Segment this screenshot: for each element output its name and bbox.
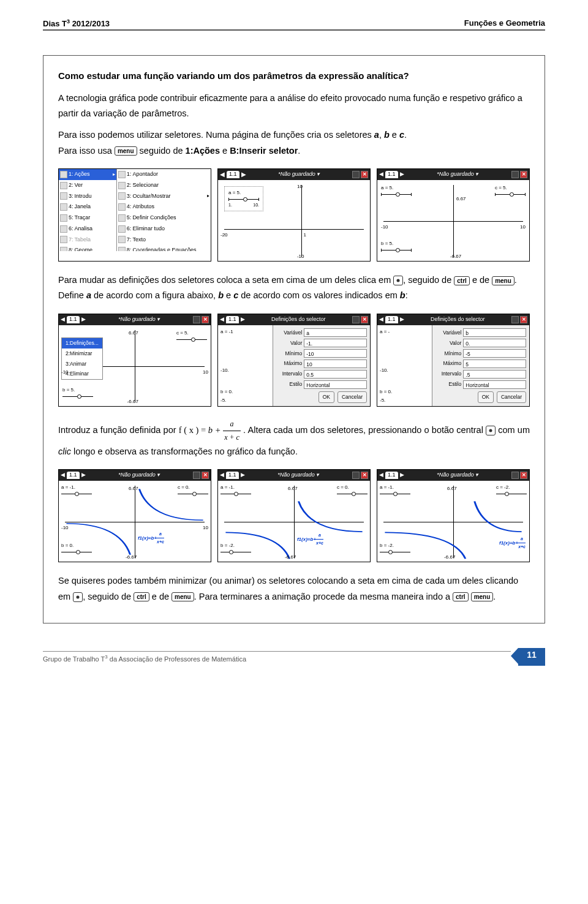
paragraph-1: A tecnologia gráfica pode contribuir efi… [58,91,530,122]
r2a-c: c = 5. [176,330,189,336]
f1t-c: a [518,535,526,543]
batt-r3b [352,472,360,479]
var-b2: b [218,290,224,300]
tab-r2c: 1.1 [385,316,398,323]
ax-m667: -6.67 [450,252,461,261]
menu-l-1-t: Ações [75,170,90,179]
p4-g: de acordo com os valores indicados em [238,290,400,300]
dlga-val: -1. [304,339,367,347]
var-c: c [399,130,404,140]
battery-icon [352,171,360,178]
batt-r2a [193,316,200,323]
menu-r-2: 2:Selecionar [117,180,211,191]
f1b-b: x+c [316,540,323,547]
close-r3a: ✕ [202,472,209,479]
tb-r2c: Definições do selector [406,315,510,325]
content-box: Como estudar uma função variando um dos … [43,55,545,623]
sl-c5: c = 5. [495,185,507,190]
dlga-min: -10 [304,349,367,358]
r2a-b: b = 5. [62,387,75,393]
key-menu-4: menu [471,592,494,601]
r2b-m10: -10. [221,366,229,375]
page-header: Dias T3 2012/2013 Funções e Geometria [43,18,545,31]
ax-1: 1 [303,231,306,239]
tab-r3c: 1.1 [385,472,398,479]
r3c-a: a = -1. [380,484,394,490]
close-r3b: ✕ [361,472,368,479]
r2a-m10: -10 [61,368,69,377]
close-r3c: ✕ [520,472,527,479]
screenshot-row-2: ◀1.1▶*Não guardado ▾✕ 1:Definições... 2:… [58,314,530,407]
screen-graph-2: ◀1.1▶*Não guardado ▾✕ a = -1. c = 0. b =… [217,469,371,562]
fx-eq: f ( x ) = [179,425,208,435]
p6-b: , seguido de [83,592,134,601]
r2a-667: 6.67 [129,329,138,337]
tb-r3c: *Não guardado ▾ [406,470,510,480]
page-number: 11 [518,648,545,666]
menu-l-2: 2:Ver [59,180,116,191]
menu-l-3: 3:Introdu [59,191,116,202]
menu-l-3-t: Introdu [75,192,92,202]
cancel-a: Cancelar [337,391,367,403]
f1-lab-c: f1(x)=b+ [499,540,518,546]
fx-top: a [223,418,241,431]
screenshot-row-3: ◀1.1▶*Não guardado ▾✕ a = -1. c = 0. b =… [58,469,530,562]
batt-r3a [193,472,200,479]
tb-r2a: *Não guardado ▾ [88,315,191,325]
ctx-2: 2:Minimizar [62,348,102,359]
menu-l-6: 6:Analisa [59,224,116,235]
sl-min: 1. [228,202,232,209]
r2b-m5: -5. [221,396,226,405]
r3a-m667: -6.67 [126,553,137,562]
screenshot-row-1: 1:Ações▸ 2:Ver 3:Introdu 4:Janela 5:Traç… [58,168,530,262]
menu-l-1: 1:Ações▸ [59,169,116,180]
dlgb-est: Horizontal [463,380,526,389]
menu-r-6: 6:Eliminar tudo [117,224,211,235]
close-r2a: ✕ [202,316,209,323]
menu-l-8: 8:Geome [59,245,116,251]
menu-b-inserir: B:Inserir seletor [230,146,298,156]
ax-m20: -20 [221,231,228,239]
title-question: Como estudar uma função variando um dos … [58,68,530,84]
r2c-m5: -5. [380,396,385,405]
var-a: a [374,130,379,140]
r3a-c: c = 0. [178,484,190,490]
f1-lab-a: f1(x)=b+ [138,535,157,541]
p5-pre: Introduz a função definida por [58,425,179,435]
sl-b5: b = 5. [381,241,393,246]
r3c-m667: -6.67 [444,553,455,562]
mr2: Selecionar [132,181,159,190]
header-right: Funções e Geometria [464,18,545,28]
p4-f: e [224,290,233,300]
dlgb-val: 0. [463,339,526,347]
r2b-a: a = -1 [221,328,233,336]
p4-b: , seguido de [403,275,454,285]
key-ctrl-2: ctrl [134,592,149,601]
close-r2b: ✕ [361,316,368,323]
mr5: Definir Condições [132,213,176,223]
f1b-c: x+c [518,543,526,551]
screen-slider-new: ◀ 1.1 ▶ *Não guardado ▾ ✕ a = 5. 1.10. 1… [217,168,371,262]
slider-val-a: a = 5. [228,189,259,197]
screen-ctx-menu: ◀1.1▶*Não guardado ▾✕ 1:Definições... 2:… [58,314,211,407]
p4-a: Para mudar as definições dos seletores c… [58,275,393,285]
dlga-est: Horizontal [304,380,367,389]
mr1: Apontador [132,170,158,179]
ok-a: OK [318,391,334,403]
r2a-m667: -6.67 [127,397,138,406]
tab-r2b: 1.1 [226,316,239,323]
p2-d: . [404,130,407,140]
ft-post: da Associação de Professores de Matemáti… [108,655,246,663]
menu-l-5: 5:Traçar [59,213,116,224]
menu-l-4: 4:Janela [59,202,116,213]
screen-graph-1: ◀1.1▶*Não guardado ▾✕ a = -1. c = 0. b =… [58,469,211,562]
mr7: Texto [132,235,146,245]
p2-b: , [379,130,384,140]
p5b-rest: longo e observa as transformações no grá… [71,446,298,456]
tb-unsaved: *Não guardado ▾ [248,170,350,179]
menu-l-6-t: Analisa [75,224,93,234]
batt-icon3 [511,171,519,178]
page-footer: Grupo de Trabalho T3 da Associação de Pr… [43,648,545,666]
close-icon3: ✕ [520,171,527,178]
close-r2c: ✕ [520,316,527,323]
